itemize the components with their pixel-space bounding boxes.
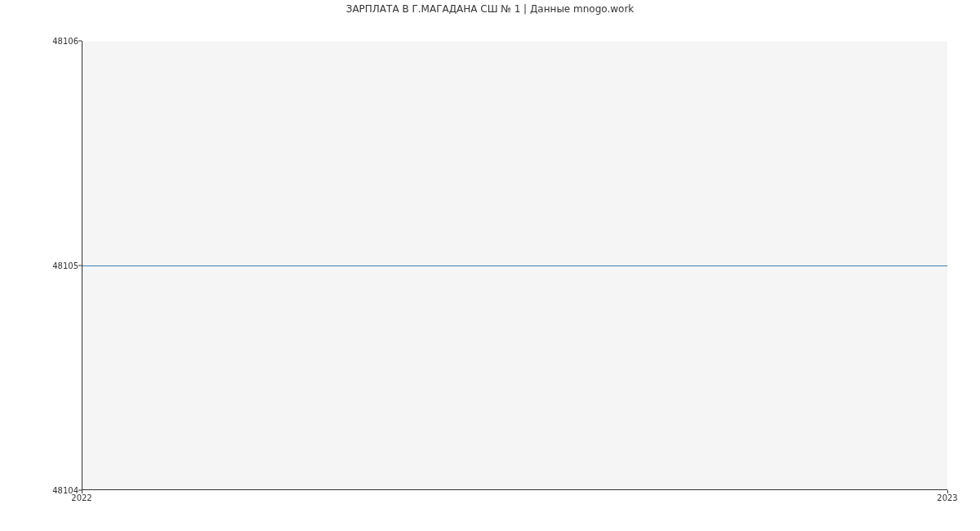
x-tick-label: 2022 bbox=[71, 493, 91, 502]
y-tick-label: 48105 bbox=[29, 261, 78, 270]
y-tick-label: 48106 bbox=[29, 37, 78, 46]
gridline bbox=[82, 41, 947, 42]
chart-title: ЗАРПЛАТА В Г.МАГАДАНА СШ № 1 | Данные mn… bbox=[0, 3, 980, 15]
x-tick-label: 2023 bbox=[937, 493, 957, 502]
plot-area bbox=[82, 41, 947, 490]
x-tick-mark bbox=[947, 490, 948, 493]
x-tick-mark bbox=[82, 490, 82, 493]
chart-container: ЗАРПЛАТА В Г.МАГАДАНА СШ № 1 | Данные mn… bbox=[0, 0, 980, 531]
series-line-salary bbox=[82, 266, 947, 266]
